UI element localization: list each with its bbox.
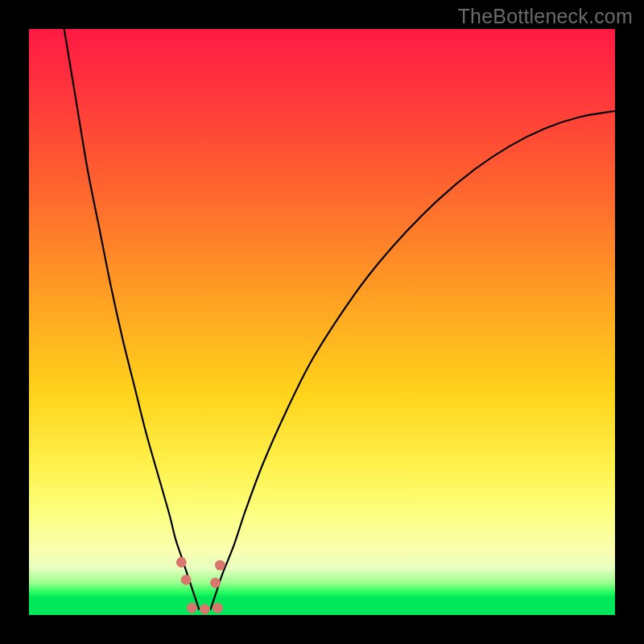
plot-area (29, 29, 615, 615)
plot-svg (29, 29, 615, 615)
left-curve (64, 29, 199, 609)
marker-left-lower (181, 575, 192, 585)
marker-bottom-right (213, 603, 223, 613)
marker-left-upper (176, 557, 187, 568)
marker-bottom-left (187, 603, 197, 613)
marker-bottom-mid (200, 604, 210, 614)
marker-group (176, 557, 225, 614)
chart-frame: TheBottleneck.com (0, 0, 644, 644)
marker-right-upper (215, 560, 225, 571)
right-curve (211, 111, 615, 609)
watermark-text: TheBottleneck.com (458, 5, 633, 28)
marker-right-lower (210, 578, 221, 588)
